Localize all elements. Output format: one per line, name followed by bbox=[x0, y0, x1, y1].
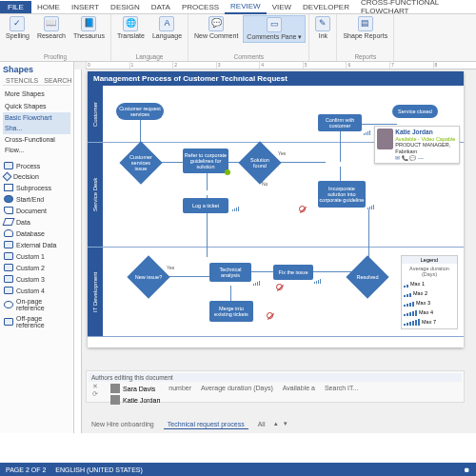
tab-developer[interactable]: DEVELOPER bbox=[297, 1, 355, 13]
shape-document[interactable]: Document bbox=[3, 205, 70, 216]
group-label: Language bbox=[136, 53, 164, 60]
blocked-icon bbox=[276, 284, 283, 290]
signal-icon bbox=[367, 204, 374, 209]
connector[interactable] bbox=[278, 162, 326, 163]
stencil-basic[interactable]: Basic Flowchart Sha... bbox=[3, 112, 70, 134]
legend-subtitle: Average duration (Days) bbox=[404, 266, 455, 277]
lane-servicedesk[interactable]: Service Desk bbox=[88, 143, 103, 247]
lang-icon: A bbox=[159, 16, 174, 31]
lane-customer[interactable]: Customer bbox=[88, 86, 103, 142]
signal-icon bbox=[232, 206, 239, 211]
research-button[interactable]: 📖Research bbox=[34, 15, 69, 41]
stencils-tab[interactable]: STENCILS bbox=[3, 76, 41, 85]
language-button[interactable]: ALanguage bbox=[149, 15, 185, 41]
terminator-icon bbox=[4, 195, 13, 203]
page-number[interactable]: PAGE 2 OF 2 bbox=[6, 466, 46, 473]
tab-design[interactable]: DESIGN bbox=[105, 1, 146, 13]
coauthor-user[interactable]: Katie Jordan bbox=[109, 394, 161, 406]
node-fix[interactable]: Fix the issue bbox=[273, 265, 313, 280]
tab-home[interactable]: HOME bbox=[31, 1, 66, 13]
shape-data[interactable]: Data bbox=[3, 216, 70, 228]
tab-insert[interactable]: INSERT bbox=[66, 1, 105, 13]
shape-onpage[interactable]: On-page reference bbox=[3, 296, 70, 313]
connector[interactable] bbox=[164, 276, 211, 277]
shape-offpage[interactable]: Off-page reference bbox=[3, 313, 70, 330]
language-status[interactable]: ENGLISH (UNITED STATES) bbox=[55, 466, 143, 473]
book-icon: 📖 bbox=[44, 16, 59, 31]
page-tab-all[interactable]: All bbox=[254, 420, 269, 429]
page-tab-technical[interactable]: Technical request process bbox=[164, 420, 248, 429]
process-icon bbox=[4, 162, 13, 169]
ink-button[interactable]: ✎Ink bbox=[312, 15, 333, 41]
legend-row: Max 4 bbox=[404, 307, 455, 317]
globe-icon: 🌐 bbox=[123, 16, 138, 31]
col-search[interactable]: Search IT... bbox=[325, 385, 358, 391]
drawing-page[interactable]: Management Process of Customer Technical… bbox=[88, 71, 464, 347]
record-icon[interactable]: ⏺ bbox=[464, 466, 470, 473]
coauthor-panel: Authors editing this document ✕ ⟳ Sara D… bbox=[86, 370, 465, 403]
subprocess-icon bbox=[4, 184, 13, 191]
tab-view[interactable]: VIEW bbox=[267, 1, 297, 13]
stencil-crossfunc[interactable]: Cross-Functional Flow... bbox=[3, 134, 70, 156]
node-confirm[interactable]: Confirm with customer bbox=[318, 114, 362, 131]
node-merge[interactable]: Merge into existing tickets bbox=[209, 301, 253, 322]
thesaurus-button[interactable]: 📘Thesaurus bbox=[70, 15, 108, 41]
page-tab-onboarding[interactable]: New Hire onboarding bbox=[88, 420, 158, 429]
label-yes: Yes bbox=[278, 150, 286, 156]
refresh-icon[interactable]: ⟳ bbox=[89, 390, 102, 398]
shape-decision[interactable]: Decision bbox=[3, 171, 70, 182]
shape-reports-button[interactable]: ▤Shape Reports bbox=[340, 15, 390, 41]
c1-icon bbox=[4, 252, 13, 260]
new-comment-button[interactable]: 💬New Comment bbox=[191, 15, 241, 43]
label-yes2: Yes bbox=[167, 265, 174, 270]
node-log-ticket[interactable]: Log a ticket bbox=[183, 198, 228, 213]
blocked-icon bbox=[267, 312, 273, 319]
data-icon bbox=[3, 218, 15, 226]
node-refer[interactable]: Refer to corporate guidelines for soluti… bbox=[183, 149, 228, 173]
abc-icon: ✓ bbox=[10, 16, 25, 31]
stencil-more[interactable]: More Shapes bbox=[3, 89, 70, 101]
stencil-quick[interactable]: Quick Shapes bbox=[3, 101, 70, 113]
avatar bbox=[110, 384, 120, 393]
page-tabs: New Hire onboarding Technical request pr… bbox=[88, 420, 288, 429]
shape-database[interactable]: Database bbox=[3, 228, 70, 239]
shape-custom1[interactable]: Custom 1 bbox=[3, 250, 70, 262]
tab-data[interactable]: DATA bbox=[146, 1, 176, 13]
avatar bbox=[110, 395, 120, 405]
blocked-icon bbox=[299, 206, 306, 212]
shape-process[interactable]: Process bbox=[3, 160, 70, 171]
shape-subprocess[interactable]: Subprocess bbox=[3, 182, 70, 193]
translate-button[interactable]: 🌐Translate bbox=[114, 15, 148, 41]
decision-icon bbox=[3, 172, 12, 182]
book2-icon: 📘 bbox=[81, 16, 96, 31]
tab-file[interactable]: FILE bbox=[0, 1, 31, 13]
expand-icon[interactable]: ▾ bbox=[284, 420, 288, 429]
legend-row: Max 2 bbox=[404, 288, 455, 298]
coauthor-user[interactable]: Sara Davis bbox=[109, 383, 161, 394]
group-label: Comments bbox=[234, 53, 264, 60]
shape-custom2[interactable]: Custom 2 bbox=[3, 262, 70, 273]
shape-external[interactable]: External Data bbox=[3, 239, 70, 250]
report-icon: ▤ bbox=[358, 16, 373, 31]
collapse-icon[interactable]: ▴ bbox=[274, 420, 278, 429]
node-closed[interactable]: Service closed bbox=[392, 105, 438, 118]
shape-custom4[interactable]: Custom 4 bbox=[3, 285, 70, 296]
shape-startend[interactable]: Start/End bbox=[3, 193, 70, 205]
legend-row: Max 1 bbox=[404, 279, 455, 288]
shape-custom3[interactable]: Custom 3 bbox=[3, 273, 70, 285]
node-incorporate[interactable]: Incorporate solution into corporate guid… bbox=[318, 181, 366, 208]
legend-row: Max 7 bbox=[404, 317, 455, 327]
close-icon[interactable]: ✕ bbox=[89, 383, 102, 390]
search-tab[interactable]: SEARCH bbox=[41, 76, 74, 85]
person-card[interactable]: Katie Jordan Available - Video Capable P… bbox=[374, 126, 460, 164]
group-ink: ✎Ink bbox=[309, 14, 337, 61]
comments-pane-button[interactable]: ▭Comments Pane ▾ bbox=[243, 15, 306, 43]
node-start[interactable]: Customer request services bbox=[116, 103, 164, 120]
lane-it[interactable]: IT Development bbox=[88, 248, 103, 336]
node-analysis[interactable]: Technical analysis bbox=[209, 263, 251, 282]
canvas[interactable]: 012345678 Management Process of Customer… bbox=[74, 62, 476, 433]
label-no: No bbox=[262, 181, 268, 187]
tab-process[interactable]: PROCESS bbox=[176, 1, 225, 13]
spelling-button[interactable]: ✓Spelling bbox=[3, 15, 32, 41]
tab-review[interactable]: REVIEW bbox=[225, 0, 267, 14]
